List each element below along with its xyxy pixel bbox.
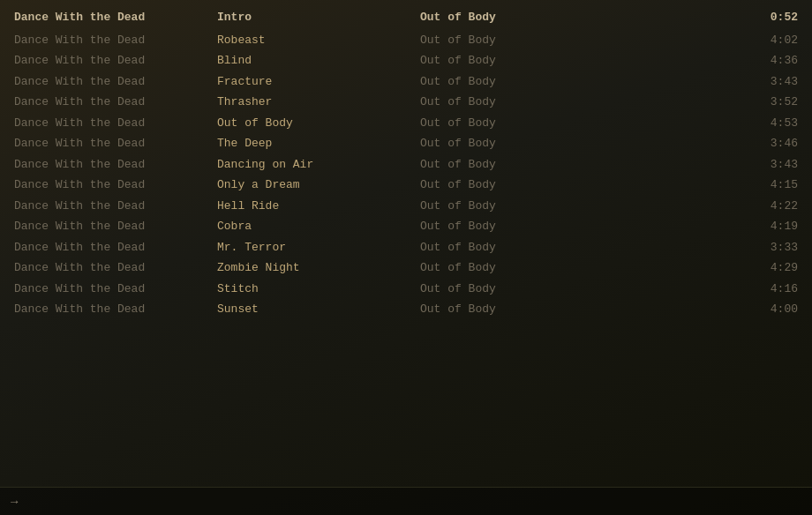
track-title: Thrasher bbox=[217, 93, 420, 111]
track-artist: Dance With the Dead bbox=[14, 218, 217, 235]
track-artist: Dance With the Dead bbox=[14, 135, 217, 153]
track-album: Out of Body bbox=[420, 93, 623, 111]
track-album: Out of Body bbox=[420, 115, 623, 132]
track-album: Out of Body bbox=[420, 280, 623, 298]
track-album: Out of Body bbox=[420, 198, 623, 215]
track-duration: 3:43 bbox=[623, 156, 798, 174]
header-title: Intro bbox=[217, 9, 420, 26]
table-row[interactable]: Dance With the DeadThrasherOut of Body3:… bbox=[0, 92, 812, 113]
track-artist: Dance With the Dead bbox=[14, 52, 217, 70]
table-row[interactable]: Dance With the DeadOut of BodyOut of Bod… bbox=[0, 113, 812, 134]
header-duration: 0:52 bbox=[623, 9, 798, 26]
track-artist: Dance With the Dead bbox=[14, 176, 217, 194]
track-album: Out of Body bbox=[420, 259, 623, 277]
table-row[interactable]: Dance With the DeadStitchOut of Body4:16 bbox=[0, 279, 812, 300]
track-duration: 3:33 bbox=[623, 239, 798, 257]
table-row[interactable]: Dance With the DeadDancing on AirOut of … bbox=[0, 154, 812, 175]
track-album: Out of Body bbox=[420, 135, 623, 153]
track-artist: Dance With the Dead bbox=[14, 259, 217, 277]
table-row[interactable]: Dance With the DeadZombie NightOut of Bo… bbox=[0, 258, 812, 279]
track-title: Cobra bbox=[217, 218, 420, 235]
header-artist: Dance With the Dead bbox=[14, 9, 217, 26]
track-duration: 4:02 bbox=[623, 32, 798, 49]
table-row[interactable]: Dance With the DeadThe DeepOut of Body3:… bbox=[0, 133, 812, 154]
track-title: Fracture bbox=[217, 73, 420, 91]
track-duration: 4:29 bbox=[623, 259, 798, 277]
table-row[interactable]: Dance With the DeadHell RideOut of Body4… bbox=[0, 196, 812, 217]
table-row[interactable]: Dance With the DeadOnly a DreamOut of Bo… bbox=[0, 175, 812, 196]
track-artist: Dance With the Dead bbox=[14, 32, 217, 49]
track-list-header: Dance With the Dead Intro Out of Body 0:… bbox=[0, 7, 812, 28]
track-title: Hell Ride bbox=[217, 198, 420, 215]
table-row[interactable]: Dance With the DeadMr. TerrorOut of Body… bbox=[0, 237, 812, 258]
track-duration: 4:19 bbox=[623, 218, 798, 235]
table-row[interactable]: Dance With the DeadCobraOut of Body4:19 bbox=[0, 216, 812, 237]
track-title: Stitch bbox=[217, 280, 420, 298]
track-album: Out of Body bbox=[420, 239, 623, 257]
track-duration: 4:53 bbox=[623, 115, 798, 132]
header-album: Out of Body bbox=[420, 9, 623, 26]
arrow-icon: → bbox=[11, 495, 18, 509]
track-duration: 4:16 bbox=[623, 280, 798, 298]
track-duration: 4:15 bbox=[623, 176, 798, 194]
track-artist: Dance With the Dead bbox=[14, 73, 217, 91]
track-artist: Dance With the Dead bbox=[14, 198, 217, 215]
track-album: Out of Body bbox=[420, 73, 623, 91]
track-title: Mr. Terror bbox=[217, 239, 420, 257]
track-album: Out of Body bbox=[420, 301, 623, 318]
track-title: The Deep bbox=[217, 135, 420, 153]
track-album: Out of Body bbox=[420, 52, 623, 70]
track-title: Sunset bbox=[217, 301, 420, 318]
bottom-bar: → bbox=[0, 487, 812, 515]
table-row[interactable]: Dance With the DeadRobeastOut of Body4:0… bbox=[0, 30, 812, 51]
track-artist: Dance With the Dead bbox=[14, 93, 217, 111]
track-artist: Dance With the Dead bbox=[14, 156, 217, 174]
track-album: Out of Body bbox=[420, 156, 623, 174]
table-row[interactable]: Dance With the DeadBlindOut of Body4:36 bbox=[0, 50, 812, 71]
track-album: Out of Body bbox=[420, 176, 623, 194]
track-duration: 3:46 bbox=[623, 135, 798, 153]
track-list: Dance With the Dead Intro Out of Body 0:… bbox=[0, 0, 812, 327]
track-title: Dancing on Air bbox=[217, 156, 420, 174]
track-album: Out of Body bbox=[420, 32, 623, 49]
track-artist: Dance With the Dead bbox=[14, 239, 217, 257]
track-duration: 3:43 bbox=[623, 73, 798, 91]
track-duration: 4:22 bbox=[623, 198, 798, 215]
track-artist: Dance With the Dead bbox=[14, 115, 217, 132]
track-title: Zombie Night bbox=[217, 259, 420, 277]
track-duration: 4:36 bbox=[623, 52, 798, 70]
table-row[interactable]: Dance With the DeadFractureOut of Body3:… bbox=[0, 71, 812, 93]
track-title: Robeast bbox=[217, 32, 420, 49]
track-artist: Dance With the Dead bbox=[14, 280, 217, 298]
track-album: Out of Body bbox=[420, 218, 623, 235]
track-duration: 3:52 bbox=[623, 93, 798, 111]
track-title: Out of Body bbox=[217, 115, 420, 132]
track-artist: Dance With the Dead bbox=[14, 301, 217, 318]
track-title: Only a Dream bbox=[217, 176, 420, 194]
track-duration: 4:00 bbox=[623, 301, 798, 318]
table-row[interactable]: Dance With the DeadSunsetOut of Body4:00 bbox=[0, 299, 812, 320]
track-title: Blind bbox=[217, 52, 420, 70]
